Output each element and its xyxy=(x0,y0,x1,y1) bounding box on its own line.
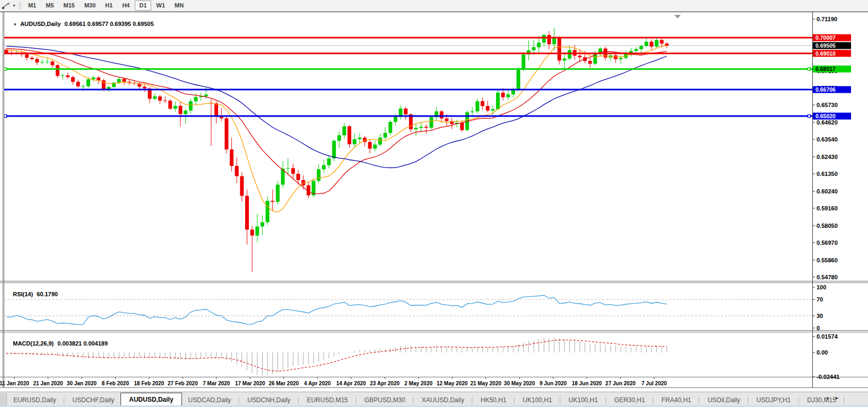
ma-mid-line xyxy=(6,48,667,194)
svg-text:-0.02441: -0.02441 xyxy=(817,374,839,380)
chart-canvas[interactable]: 0.711900.700800.689700.678900.668100.657… xyxy=(0,0,868,407)
horizontal-line-0.65020[interactable] xyxy=(4,115,813,118)
price-tag-0.65020: 0.65020 xyxy=(813,113,851,120)
chart-tab-usdcnh-daily[interactable]: USDCNH,Daily xyxy=(241,394,297,406)
price-tag-0.69505: 0.69505 xyxy=(813,42,851,49)
tab-separator: │ xyxy=(297,394,301,406)
tab-separator: │ xyxy=(471,394,474,406)
timeframe-button-h1[interactable]: H1 xyxy=(101,1,117,11)
svg-text:0.66706: 0.66706 xyxy=(815,86,836,93)
svg-text:0.54780: 0.54780 xyxy=(817,274,838,280)
line-studies-button[interactable]: ▼ xyxy=(0,2,18,10)
macd-indicator-label: MACD(12,26,9)0.003821 0.004189 xyxy=(6,334,108,353)
macd-values: 0.003821 0.004189 xyxy=(57,340,108,347)
svg-text:21 May 2020: 21 May 2020 xyxy=(470,381,501,386)
svg-text:0.58050: 0.58050 xyxy=(817,223,838,229)
candlestick-series xyxy=(5,28,669,272)
rsi-value: 60.1790 xyxy=(37,291,58,297)
horizontal-line-0.68017[interactable] xyxy=(4,68,813,70)
svg-text:0.70080: 0.70080 xyxy=(817,33,838,40)
chart-tab-hk50-h1[interactable]: HK50,H1 xyxy=(474,394,513,406)
svg-text:0.56970: 0.56970 xyxy=(817,240,838,246)
timeframe-button-m15[interactable]: M15 xyxy=(59,1,79,11)
svg-text:0.68017: 0.68017 xyxy=(815,66,836,72)
timeframe-button-w1[interactable]: W1 xyxy=(152,1,170,11)
svg-text:0.66810: 0.66810 xyxy=(817,85,838,91)
chart-tab-eurusd-m15[interactable]: EURUSD,M15 xyxy=(300,394,354,406)
chart-tab-ger30-h1[interactable]: GER30,H1 xyxy=(608,394,652,406)
svg-text:8 Feb 2020: 8 Feb 2020 xyxy=(102,381,129,386)
tab-separator: │ xyxy=(63,394,66,406)
svg-text:0.55860: 0.55860 xyxy=(817,257,838,263)
chart-tab-fra40-h1[interactable]: FRA40,H1 xyxy=(655,394,698,406)
timeframe-button-mn[interactable]: MN xyxy=(170,1,188,11)
mt4-window: ▼ M1M5M15M30H1H4D1W1MN ▼AUDUSD,Daily0.69… xyxy=(0,0,868,407)
price-tag-0.68017: 0.68017 xyxy=(813,66,851,73)
svg-text:30 May 2020: 30 May 2020 xyxy=(504,381,535,386)
chart-tab-xauusd-daily[interactable]: XAUUSD,Daily xyxy=(415,394,471,406)
tabbar-edge xyxy=(0,393,7,406)
chart-tab-usdchf-daily[interactable]: USDCHF,Daily xyxy=(66,394,121,406)
ohlc-values: 0.69561 0.69577 0.69395 0.69505 xyxy=(65,21,154,27)
trendline-tool-icon xyxy=(2,2,10,10)
svg-text:100: 100 xyxy=(817,284,826,290)
svg-text:27 Jun 2020: 27 Jun 2020 xyxy=(605,381,636,386)
svg-text:4 Apr 2020: 4 Apr 2020 xyxy=(304,381,331,386)
chart-tab-usdjpy-h1[interactable]: USDJPY,H1 xyxy=(750,394,797,406)
svg-text:0.69010: 0.69010 xyxy=(815,50,836,57)
timeframe-button-m1[interactable]: M1 xyxy=(24,1,40,11)
tab-separator: │ xyxy=(698,394,701,406)
svg-text:0.65020: 0.65020 xyxy=(815,113,836,119)
price-tag-0.66706: 0.66706 xyxy=(813,86,851,93)
svg-text:0: 0 xyxy=(817,325,820,331)
svg-text:12 May 2020: 12 May 2020 xyxy=(437,381,468,386)
chart-tab-eurusd-daily[interactable]: EURUSD,Daily xyxy=(7,394,63,406)
svg-text:0.68970: 0.68970 xyxy=(817,51,838,57)
ma-fast-line xyxy=(6,46,667,213)
svg-text:9 Jun 2020: 9 Jun 2020 xyxy=(540,381,567,386)
timeframe-button-m5[interactable]: M5 xyxy=(41,1,58,11)
chevron-down-icon[interactable]: ▼ xyxy=(12,4,16,7)
chart-tab-usoil-daily[interactable]: USOil,Daily xyxy=(701,394,747,406)
timeframe-button-m30[interactable]: M30 xyxy=(80,1,100,11)
date-axis[interactable]: 11 Jan 202021 Jan 202030 Jan 20208 Feb 2… xyxy=(0,377,667,386)
tab-separator: │ xyxy=(797,394,801,406)
svg-text:0.69505: 0.69505 xyxy=(815,42,836,49)
tab-separator: │ xyxy=(513,394,516,406)
chart-svg: 0.711900.700800.689700.678900.668100.657… xyxy=(0,0,868,407)
svg-text:0.00: 0.00 xyxy=(817,349,828,356)
timeframe-buttons: M1M5M15M30H1H4D1W1MN xyxy=(23,1,188,11)
price-axis[interactable]: 0.711900.700800.689700.678900.668100.657… xyxy=(813,16,851,380)
svg-text:23 Apr 2020: 23 Apr 2020 xyxy=(370,381,400,386)
tab-separator: │ xyxy=(747,394,750,406)
chart-shift-marker[interactable] xyxy=(674,15,681,19)
scroll-left-icon[interactable]: ◄ xyxy=(824,395,835,401)
svg-text:2 May 2020: 2 May 2020 xyxy=(404,381,432,386)
svg-text:0.65730: 0.65730 xyxy=(817,102,838,108)
chart-tab-gbpusd-m30[interactable]: GBPUSD,M30 xyxy=(358,394,412,406)
timeframe-button-h4[interactable]: H4 xyxy=(118,1,134,11)
svg-text:26 Mar 2020: 26 Mar 2020 xyxy=(268,381,299,386)
window-frame xyxy=(0,12,868,388)
svg-text:14 Apr 2020: 14 Apr 2020 xyxy=(336,381,366,386)
toolbar-grip xyxy=(19,2,21,10)
chart-tab-usdcad-daily[interactable]: USDCAD,Daily xyxy=(182,394,238,406)
tab-separator: │ xyxy=(604,394,608,406)
tab-separator: │ xyxy=(354,394,358,406)
chart-tab-uk100-h1[interactable]: UK100,H1 xyxy=(516,394,558,406)
chart-tab-audusd-daily[interactable]: AUDUSD,Daily xyxy=(120,393,181,406)
price-tag-0.69010: 0.69010 xyxy=(813,50,851,57)
scroll-right-icon[interactable]: ► xyxy=(835,395,845,401)
svg-text:0.61350: 0.61350 xyxy=(817,171,838,177)
svg-text:18 Feb 2020: 18 Feb 2020 xyxy=(134,381,164,386)
chart-title: ▼AUDUSD,Daily0.69561 0.69577 0.69395 0.6… xyxy=(6,14,154,33)
svg-text:0.71190: 0.71190 xyxy=(817,16,837,22)
rsi-line xyxy=(6,295,667,325)
timeframe-button-d1[interactable]: D1 xyxy=(135,1,151,11)
svg-text:70: 70 xyxy=(817,296,823,303)
chart-tab-uk100-h1[interactable]: UK100,H1 xyxy=(562,394,604,406)
chevron-down-icon[interactable]: ▼ xyxy=(13,22,17,27)
chart-tab-bar: EURUSD,Daily│USDCHF,DailyAUDUSD,DailyUSD… xyxy=(0,392,868,406)
svg-text:11 Jan 2020: 11 Jan 2020 xyxy=(0,381,29,386)
svg-text:7 Jul 2020: 7 Jul 2020 xyxy=(641,381,667,386)
